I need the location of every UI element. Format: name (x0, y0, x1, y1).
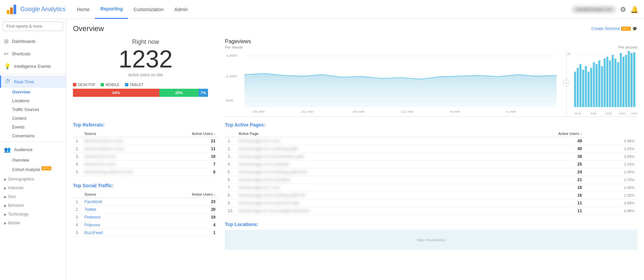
tablet-dot (125, 83, 128, 86)
row-pct: 3.98% (585, 137, 637, 145)
sidebar-sub-geo[interactable]: ▶Geo (0, 192, 66, 200)
row-users: 40 (489, 145, 585, 153)
right-now-box: Right now 1232 active users on site DESK… (73, 38, 218, 117)
row-page[interactable]: blurred-page-url-1.com (236, 137, 489, 145)
row-num: 3. (73, 153, 82, 161)
table-row: 3. blurred-page-url-3.com/another-path 3… (225, 153, 637, 161)
table-row: 1. blurred-source-1.com 21 (73, 137, 218, 145)
row-users: 23 (143, 198, 218, 206)
row-source[interactable]: Twitter (82, 206, 143, 214)
col-users-header-social: Active Users ↓ (143, 191, 218, 198)
shortcuts-icon: ↩ (4, 51, 8, 57)
row-source[interactable]: blurred-referrer-2.com (82, 145, 171, 153)
svg-text:-35,000: -35,000 (574, 112, 581, 115)
row-page[interactable]: blurred-page-url-8.com/long-path-info (236, 192, 489, 199)
svg-rect-39 (633, 52, 635, 107)
sidebar-sub-mobile[interactable]: ▶Mobile (0, 218, 66, 227)
row-source[interactable]: blurred-ref-3.com (82, 153, 171, 161)
sidebar-item-dashboards[interactable]: ⊞ Dashboards (0, 35, 66, 48)
row-page[interactable]: blurred-page-url-5.com/long-path-here (236, 168, 489, 176)
chart-arrow-button[interactable]: › (563, 80, 570, 86)
sort-icon-social: ↓ (214, 193, 215, 196)
row-users: 18 (489, 184, 585, 192)
user-chip[interactable]: user@example.com (572, 6, 616, 13)
sidebar-divider-1 (0, 74, 66, 74)
nav-links: Home Reporting Customization Admin (72, 0, 572, 19)
top-social-title: Top Social Traffic: (73, 183, 218, 188)
row-page[interactable]: blurred-page-url-9.com/more-data (236, 199, 489, 207)
row-num: 2. (73, 145, 82, 153)
sidebar-item-intelligence[interactable]: 💡 Intelligence Events (0, 60, 66, 73)
sidebar-sub-demographics[interactable]: ▶Demographics (0, 174, 66, 183)
row-num: 10. (225, 207, 236, 215)
sidebar-sub-content[interactable]: Content (0, 114, 66, 123)
create-shortcut-button[interactable]: Create Shortcut BETA 🎓 (591, 26, 637, 31)
table-row: 5. blurred-long-referrer-5.com 6 (73, 168, 218, 176)
row-pct: 2.03% (585, 161, 637, 168)
sidebar-sub-conversions[interactable]: Conversions (0, 132, 66, 140)
col-num-header-pages (225, 130, 236, 137)
sidebar-sub-cohort[interactable]: Cohort AnalysisBETA (0, 165, 66, 174)
sidebar-item-audience[interactable]: 👥 Audience (0, 143, 66, 156)
svg-text:-11 min: -11 min (401, 110, 414, 113)
row-page[interactable]: blurred-page-url-4.com/path (236, 161, 489, 168)
nav-admin[interactable]: Admin (169, 0, 193, 19)
nav-home[interactable]: Home (72, 0, 95, 19)
svg-text:-21 min: -21 min (301, 110, 314, 113)
row-source[interactable]: BuzzFeed (82, 229, 143, 237)
row-page[interactable]: blurred-page-url-10.com/path-and-more (236, 207, 489, 215)
sidebar-sub-behavior[interactable]: ▶Behavior (0, 200, 66, 209)
row-source[interactable]: Facebook (82, 198, 143, 206)
row-num: 3. (73, 214, 82, 221)
row-num: 8. (225, 192, 236, 199)
row-num: 3. (225, 153, 236, 161)
svg-rect-2 (14, 5, 16, 14)
sidebar-sub-interests[interactable]: ▶Interests (0, 183, 66, 192)
sidebar-sub-overview[interactable]: Overview (0, 88, 66, 96)
sidebar-sub-aud-overview[interactable]: Overview (0, 156, 66, 165)
row-pct: 0.89% (585, 199, 637, 207)
svg-rect-32 (614, 59, 616, 107)
row-num: 2. (225, 145, 236, 153)
settings-icon[interactable]: ⚙ (620, 5, 626, 13)
mobile-legend: MOBILE (101, 83, 120, 87)
top-locations-map: Map visualization (225, 230, 637, 250)
realtime-label: Real-Time (14, 79, 34, 84)
row-num: 4. (73, 221, 82, 229)
sidebar-sub-events[interactable]: Events (0, 123, 66, 132)
row-page[interactable]: blurred-page-url-3.com/another-path (236, 153, 489, 161)
pageviews-area: Pageviews Per minute Per second 1,500 1,… (225, 38, 637, 117)
table-row: 5. BuzzFeed 1 (73, 229, 218, 237)
sidebar-sub-technology[interactable]: ▶Technology (0, 209, 66, 218)
row-page[interactable]: blurred-page-url-6.com/other (236, 176, 489, 184)
svg-text:-1 min: -1 min (505, 110, 516, 113)
row-page[interactable]: blurred-page-url-7.com (236, 184, 489, 192)
left-tables: Top Referrals: Source Active Users ↓ (73, 122, 218, 257)
row-source[interactable]: Polyvore (82, 221, 143, 229)
top-social-table: Source Active Users ↓ 1. Facebook 23 2. … (73, 191, 218, 237)
nav-customization[interactable]: Customization (128, 0, 169, 19)
right-now-count: 1232 (73, 47, 218, 71)
svg-rect-34 (620, 53, 622, 107)
table-row: 4. Polyvore 4 (73, 221, 218, 229)
sidebar-sub-locations[interactable]: Locations (0, 96, 66, 105)
dashboards-label: Dashboards (12, 39, 35, 44)
sidebar-sub-traffic[interactable]: Traffic Sources (0, 105, 66, 114)
search-input[interactable] (3, 22, 63, 31)
row-source[interactable]: blurred-ref-4.com (82, 161, 171, 168)
notification-icon[interactable]: 🔔 (630, 5, 639, 13)
row-source[interactable]: Pinterest (82, 214, 143, 221)
row-users: 6 (171, 168, 218, 176)
row-page[interactable]: blurred-page-url-2.com/long-path (236, 145, 489, 153)
row-users: 10 (171, 153, 218, 161)
sidebar-item-realtime[interactable]: ⏱ Real-Time (0, 76, 66, 88)
row-source[interactable]: blurred-long-referrer-5.com (82, 168, 171, 176)
row-source[interactable]: blurred-source-1.com (82, 137, 171, 145)
page-header: Overview Create Shortcut BETA 🎓 (73, 24, 637, 33)
row-users: 19 (143, 214, 218, 221)
nav-reporting[interactable]: Reporting (95, 0, 128, 19)
sidebar-item-shortcuts[interactable]: ↩ Shortcuts (0, 48, 66, 60)
col-source-header: Source (82, 130, 171, 137)
row-users: 25 (489, 161, 585, 168)
tablet-label: TABLET (130, 83, 144, 87)
